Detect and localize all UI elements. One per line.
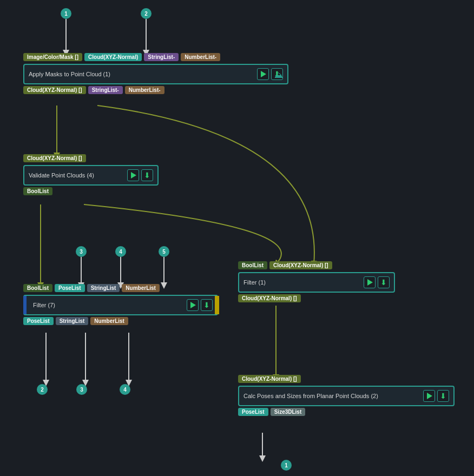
- calc-poses-title: Calc Poses and Sizes from Planar Point C…: [243, 393, 378, 399]
- port-boollist-in-filter-left: BoolList: [23, 284, 52, 292]
- filter-left-yellow-indicator: [215, 296, 219, 314]
- validate-play-btn[interactable]: [127, 169, 139, 181]
- filter-right-title: Filter (1): [243, 279, 266, 286]
- circle-2-top: 2: [141, 8, 152, 19]
- port-cloud-xyz-out-filter-right: Cloud(XYZ-Normal) []: [238, 294, 301, 302]
- validate-title: Validate Point Clouds (4): [29, 172, 94, 178]
- port-cloud-xyz-out-1: Cloud(XYZ-Normal) []: [23, 86, 86, 94]
- circle-4-mid: 4: [115, 246, 126, 257]
- port-numberlist-out-filter-left: NumberList: [90, 317, 128, 325]
- circle-3-bot: 3: [76, 384, 87, 395]
- port-numberlist-in-1: NumberList-: [181, 53, 220, 61]
- apply-masks-icon: ⛰: [274, 70, 283, 80]
- circle-5-mid: 5: [159, 246, 169, 257]
- port-poselist-out-calc: PoseList: [238, 408, 268, 416]
- filter-left-title: Filter (7): [33, 302, 55, 308]
- port-boollist-in-filter-right: BoolList: [238, 261, 267, 269]
- circle-1-top: 1: [61, 8, 71, 19]
- port-size3dlist-out-calc: Size3DList: [271, 408, 306, 416]
- apply-masks-play-btn[interactable]: [257, 68, 269, 80]
- filter-left-node: BoolList PoseList StringList NumberList …: [23, 284, 218, 326]
- port-numberlist-out-1: NumberList-: [125, 86, 164, 94]
- port-stringlist-out-filter-left: StringList: [56, 317, 89, 325]
- filter-right-play-btn[interactable]: [364, 276, 376, 288]
- filter-right-node: BoolList Cloud(XYZ-Normal) [] Filter (1)…: [238, 261, 395, 303]
- circle-3-mid: 3: [76, 246, 87, 257]
- port-boollist-out-validate: BoolList: [23, 187, 52, 195]
- calc-poses-play-btn[interactable]: [423, 390, 435, 402]
- port-poselist-out-filter-left: PoseList: [23, 317, 54, 325]
- validate-pointclouds-node: Cloud(XYZ-Normal) [] Validate Point Clou…: [23, 154, 159, 196]
- apply-masks-title: Apply Masks to Point Cloud (1): [29, 71, 110, 77]
- port-image-color-mask: Image/Color/Mask []: [23, 53, 82, 61]
- port-cloud-xyz-1: Cloud(XYZ-Normal): [84, 53, 142, 61]
- port-stringlist-in-filter-left: StringList: [87, 284, 120, 292]
- validate-down-btn[interactable]: ⬇: [141, 169, 153, 181]
- port-stringlist-in-1: StringList-: [144, 53, 179, 61]
- calc-poses-node: Cloud(XYZ-Normal) [] Calc Poses and Size…: [238, 375, 455, 417]
- circle-1-bot-right: 1: [281, 460, 292, 471]
- port-cloud-xyz-in-calc: Cloud(XYZ-Normal) []: [238, 375, 301, 383]
- port-cloud-xyz-in-validate: Cloud(XYZ-Normal) []: [23, 154, 86, 162]
- filter-left-down-btn[interactable]: ⬇: [201, 299, 213, 311]
- filter-left-play-btn[interactable]: [187, 299, 199, 311]
- port-poselist-in-filter-left: PoseList: [55, 284, 85, 292]
- port-cloud-xyz-in-filter-right: Cloud(XYZ-Normal) []: [269, 261, 332, 269]
- port-stringlist-out-1: StringList-: [88, 86, 123, 94]
- apply-masks-node: Image/Color/Mask [] Cloud(XYZ-Normal) St…: [23, 53, 288, 95]
- circle-2-bot: 2: [37, 384, 48, 395]
- port-numberlist-in-filter-left: NumberList: [122, 284, 160, 292]
- circle-4-bot: 4: [120, 384, 130, 395]
- calc-poses-down-btn[interactable]: ⬇: [437, 390, 449, 402]
- filter-right-down-btn[interactable]: ⬇: [378, 276, 390, 288]
